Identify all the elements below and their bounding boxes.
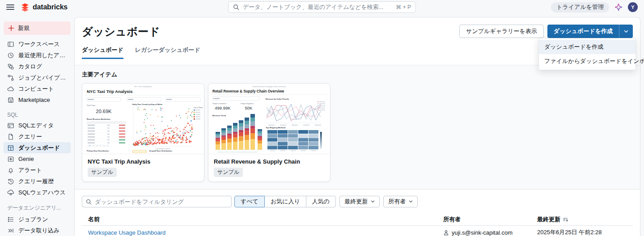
svg-text:Retail Revenue & Supply Chain: Retail Revenue & Supply Chain Overview <box>253 85 286 88</box>
featured-heading: 主要アイテム <box>82 71 633 79</box>
dashboard-filter-input[interactable] <box>95 198 228 205</box>
sidebar-item-query-history[interactable]: クエリー履歴 <box>4 176 71 187</box>
retail-thumbnail: Retail Revenue & Supply Chain Overview R… <box>208 84 330 154</box>
column-owner[interactable]: 所有者 <box>443 215 461 223</box>
svg-text:Retail Revenue & Supply Chain: Retail Revenue & Supply Chain Overview <box>212 89 284 93</box>
sidebar-item-compute[interactable]: コンピュート <box>4 83 71 94</box>
svg-text:Revenue Trend: Revenue Trend <box>212 114 226 117</box>
dashboard-card-nyc-taxi[interactable]: NYC Taxi Trip Analysis NYC Taxi Trip Ana… <box>82 83 204 182</box>
search-icon <box>233 4 239 10</box>
svg-text:NYC Taxi Trip Analysis: NYC Taxi Trip Analysis <box>87 89 132 94</box>
create-dashboard-split-button: ダッシュボードを作成 <box>547 25 633 38</box>
sidebar-item-catalog[interactable]: カタログ <box>4 61 71 72</box>
sidebar-item-alerts[interactable]: アラート <box>4 164 71 176</box>
view-sample-gallery-button[interactable]: サンプルギャラリーを表示 <box>459 25 544 38</box>
dashboard-card-retail[interactable]: Retail Revenue & Supply Chain Overview R… <box>208 83 330 182</box>
tab-legacy-dashboards[interactable]: レガシーダッシュボード <box>135 46 200 59</box>
user-avatar[interactable]: Y <box>628 2 638 12</box>
top-bar: databricks データ、ノートブック、最近のアイテムなどを検索... ⌘ … <box>0 0 644 14</box>
query-history-icon <box>7 178 14 185</box>
tab-dashboards[interactable]: ダッシュボード <box>82 46 123 59</box>
svg-text:Total Trips: Total Trips <box>87 104 95 106</box>
updated-timestamp: 2025年6月25日 午前2:28 <box>537 228 602 236</box>
sidebar-item-workspace[interactable]: ワークスペース <box>4 38 71 50</box>
alerts-icon <box>7 167 14 174</box>
databricks-logo[interactable]: databricks <box>21 3 68 12</box>
nyc-taxi-thumbnail: NYC Taxi Trip Analysis NYC Taxi Trip Ana… <box>82 84 204 154</box>
catalog-icon <box>7 63 14 70</box>
chevron-down-icon <box>409 200 413 203</box>
create-dashboard-button[interactable]: ダッシュボードを作成 <box>547 25 619 38</box>
table-row[interactable]: Workspace Usage Dashboard yuji.s@sink-ca… <box>82 226 633 236</box>
svg-text:Pickup Hour Distribution: Pickup Hour Distribution <box>87 150 109 152</box>
page-title: ダッシュボード <box>82 25 160 39</box>
create-dashboard-menu: ダッシュボードを作成 ファイルからダッシュボードをインポート <box>538 38 636 70</box>
filter-segments: すべて お気に入り 人気の <box>234 196 336 207</box>
create-dashboard-caret-button[interactable] <box>619 25 633 38</box>
dashboard-filter-search[interactable] <box>82 196 232 207</box>
queries-icon <box>7 133 14 140</box>
svg-text:Unique Customers: Unique Customers <box>212 103 227 105</box>
user-icon <box>443 230 449 236</box>
sidebar-item-recents[interactable]: 最近使用したアイテ... <box>4 50 71 61</box>
sidebar-item-queries[interactable]: クエリー <box>4 131 71 142</box>
sql-warehouse-icon <box>7 189 14 196</box>
sidebar-item-jobs-pipelines[interactable]: ジョブとパイプライ... <box>4 72 71 83</box>
owner-dropdown[interactable]: 所有者 <box>383 196 418 207</box>
jobs-pipelines-icon <box>7 74 14 81</box>
segment-favorites[interactable]: お気に入り <box>264 196 306 207</box>
hamburger-menu-icon[interactable] <box>6 4 14 10</box>
search-shortcut: ⌘ + P <box>396 4 411 10</box>
sort-dropdown[interactable]: 最終更新 <box>339 196 380 207</box>
new-button[interactable]: 新規 <box>4 21 71 35</box>
manage-trial-button[interactable]: トライアルを管理 <box>551 2 609 13</box>
dashboards-table: 名前 所有者 最終更新 Workspace Us <box>82 214 633 236</box>
sidebar-item-marketplace[interactable]: Marketplace <box>4 94 71 105</box>
svg-text:20.69K: 20.69K <box>96 109 112 114</box>
menu-item-import-dashboard[interactable]: ファイルからダッシュボードをインポート <box>539 54 636 68</box>
sidebar-item-sql-warehouse[interactable]: SQLウェアハウス <box>4 187 71 198</box>
svg-text:Dropoff Hour Distribution: Dropoff Hour Distribution <box>149 150 172 152</box>
dashboard-link[interactable]: Workspace Usage Dashboard <box>88 229 165 236</box>
search-placeholder: データ、ノートブック、最近のアイテムなどを検索... <box>243 3 392 11</box>
marketplace-icon <box>7 97 14 104</box>
chevron-down-icon <box>624 30 628 33</box>
segment-all[interactable]: すべて <box>234 196 265 207</box>
featured-section: 主要アイテム NYC Taxi Trip Analysis NYC Taxi T… <box>75 65 640 190</box>
job-runs-icon <box>7 216 14 223</box>
logo-text: databricks <box>33 3 68 11</box>
databricks-logo-icon <box>21 3 30 12</box>
svg-text:Daily Fare Trends by Day of We: Daily Fare Trends by Day of Week <box>132 103 163 105</box>
sidebar-section-data-engineering: データエンジニアリ... <box>4 198 71 214</box>
sidebar-item-dashboards[interactable]: ダッシュボード <box>4 142 71 153</box>
sidebar-item-sql-editor[interactable]: SQLエディタ <box>4 120 71 131</box>
sidebar: 新規 ワークスペース 最近使用したアイテ... カタログ ジョブとパイプライ..… <box>0 14 74 236</box>
search-icon <box>86 199 92 205</box>
data-ingestion-icon <box>7 227 14 234</box>
workspace-icon <box>7 41 14 48</box>
sidebar-item-genie[interactable]: Genie <box>4 153 71 164</box>
plus-icon <box>8 25 14 31</box>
compute-icon <box>7 85 14 93</box>
segment-popular[interactable]: 人気の <box>306 196 336 207</box>
svg-text:499.99K: 499.99K <box>215 105 231 110</box>
owner-email: yuji.s@sink-capital.com <box>452 229 513 236</box>
column-name[interactable]: 名前 <box>88 215 100 223</box>
recents-icon <box>7 52 14 59</box>
column-updated[interactable]: 最終更新 <box>537 215 560 223</box>
svg-text:Trip Distance (miles): Trip Distance (miles) <box>156 148 170 150</box>
filter-bar: すべて お気に入り 人気の 最終更新 所有者 <box>75 190 640 207</box>
global-search-input[interactable]: データ、ノートブック、最近のアイテムなどを検索... ⌘ + P <box>228 1 416 13</box>
card-title: NYC Taxi Trip Analysis <box>88 158 199 165</box>
chevron-down-icon <box>371 200 375 203</box>
sidebar-item-data-ingestion[interactable]: データ取り込み <box>4 225 71 236</box>
assistant-sparkle-icon[interactable] <box>614 3 623 11</box>
table-header: 名前 所有者 最終更新 <box>82 214 633 226</box>
svg-text:Top Shipping Methods: Top Shipping Methods <box>266 126 286 129</box>
sample-badge: サンプル <box>88 168 117 177</box>
svg-text:NYC Taxi Trip Analysis: NYC Taxi Trip Analysis <box>134 85 152 88</box>
sidebar-item-job-runs[interactable]: ジョブラン <box>4 214 71 225</box>
sort-descending-icon[interactable] <box>563 217 568 222</box>
svg-text:Unique Suppliers: Unique Suppliers <box>241 103 254 105</box>
menu-item-create-dashboard[interactable]: ダッシュボードを作成 <box>539 40 636 54</box>
